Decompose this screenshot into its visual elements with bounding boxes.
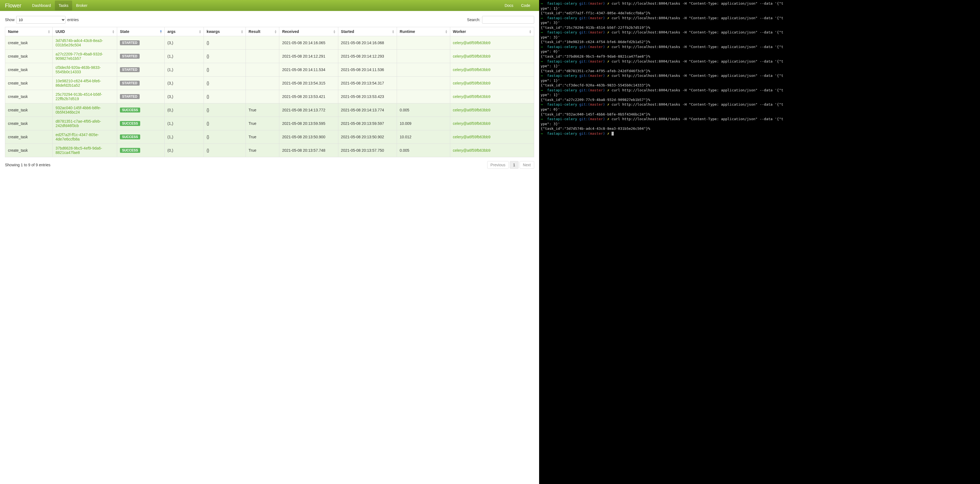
cell-kwargs: {} (204, 144, 246, 157)
worker-link[interactable]: celery@a6f59fb63bb9 (453, 135, 490, 139)
cell-name: create_task (5, 131, 52, 144)
terminal[interactable]: → fastapi-celery git:(master) ✗ curl htt… (539, 0, 980, 484)
col-state[interactable]: State▲▼ (117, 27, 164, 36)
cell-name: create_task (5, 117, 52, 131)
uuid-link[interactable]: 932ac040-145f-4bb6-b8fe-0b5f4346bc24 (56, 106, 101, 115)
table-controls: Show 10 entries Search: (5, 16, 534, 24)
worker-link[interactable]: celery@a6f59fb63bb9 (453, 94, 490, 99)
cell-started: 2021-05-08 20:13:50.902 (338, 131, 397, 144)
uuid-link[interactable]: 3d7d574b-adc4-43c8-8ea3-031b5e26c504 (56, 38, 103, 47)
nav-code[interactable]: Code (517, 0, 534, 10)
cell-kwargs: {} (204, 103, 246, 117)
cell-result: True (246, 144, 279, 157)
table-row: create_task932ac040-145f-4bb6-b8fe-0b5f4… (5, 103, 534, 117)
term-prompt-line: → fastapi-celery git:(master) ✗ curl htt… (541, 1, 978, 6)
state-badge: STARTED (120, 67, 140, 72)
nav-tasks[interactable]: Tasks (55, 0, 72, 10)
brand[interactable]: Flower (5, 2, 21, 9)
col-runtime[interactable]: Runtime▲▼ (397, 27, 450, 36)
cell-uuid: 37bd6628-9bc5-4ef9-9da6-8821ca47fae8 (52, 144, 117, 157)
term-output: {"task_id":"932ac040-145f-4bb6-b8fe-0b5f… (541, 112, 978, 117)
col-received[interactable]: Received▲▼ (279, 27, 338, 36)
nav-docs[interactable]: Docs (501, 0, 517, 10)
cell-runtime (397, 76, 450, 90)
worker-link[interactable]: celery@a6f59fb63bb9 (453, 121, 490, 126)
worker-link[interactable]: celery@a6f59fb63bb9 (453, 41, 490, 45)
cell-received: 2021-05-08 20:14:16.065 (279, 36, 338, 50)
col-name[interactable]: Name▲▼ (5, 27, 52, 36)
navbar: Flower DashboardTasksBroker DocsCode (0, 0, 539, 11)
cell-runtime (397, 50, 450, 63)
uuid-link[interactable]: d8781351-c7ae-4f95-afeb-242dfd46f3cb (56, 119, 101, 128)
nav-broker[interactable]: Broker (72, 0, 91, 10)
page-size-select[interactable]: 10 (16, 16, 65, 24)
cell-started: 2021-05-08 20:13:59.597 (338, 117, 397, 131)
term-cmd-wrap: ype": 1}' (541, 92, 978, 97)
col-started[interactable]: Started▲▼ (338, 27, 397, 36)
cell-runtime: 10.009 (397, 117, 450, 131)
table-header-row: Name▲▼UUID▲▼State▲▼args▲▼kwargs▲▼Result▲… (5, 27, 534, 36)
cell-started: 2021-05-08 20:13:53.423 (338, 90, 397, 103)
uuid-link[interactable]: cf3decfd-920a-463b-9833-5545b0c14333 (56, 65, 101, 74)
worker-link[interactable]: celery@a6f59fb63bb9 (453, 54, 490, 59)
search-input[interactable] (482, 16, 534, 24)
state-badge: SUCCESS (120, 134, 140, 139)
cell-args: (0,) (165, 103, 204, 117)
table-footer: Showing 1 to 9 of 9 entries Previous 1 N… (5, 161, 534, 169)
col-uuid[interactable]: UUID▲▼ (52, 27, 117, 36)
cell-runtime: 0.005 (397, 144, 450, 157)
cell-started: 2021-05-08 20:13:54.317 (338, 76, 397, 90)
state-badge: STARTED (120, 54, 140, 59)
flower-app: Flower DashboardTasksBroker DocsCode Sho… (0, 0, 539, 484)
uuid-link[interactable]: 37bd6628-9bc5-4ef9-9da6-8821ca47fae8 (56, 146, 102, 155)
cell-state: STARTED (117, 50, 164, 63)
term-prompt-line: → fastapi-celery git:(master) ✗ curl htt… (541, 16, 978, 21)
cell-state: SUCCESS (117, 117, 164, 131)
cell-args: (1,) (165, 131, 204, 144)
cell-started: 2021-05-08 20:13:57.750 (338, 144, 397, 157)
nav-right: DocsCode (501, 0, 534, 10)
cell-name: create_task (5, 144, 52, 157)
tasks-table: Name▲▼UUID▲▼State▲▼args▲▼kwargs▲▼Result▲… (5, 27, 534, 157)
nav-dashboard[interactable]: Dashboard (28, 0, 55, 10)
cell-kwargs: {} (204, 76, 246, 90)
worker-link[interactable]: celery@a6f59fb63bb9 (453, 81, 490, 85)
nav-left: DashboardTasksBroker (28, 0, 91, 10)
worker-link[interactable]: celery@a6f59fb63bb9 (453, 148, 490, 153)
term-cmd-wrap: ype": 3}' (541, 35, 978, 40)
worker-link[interactable]: celery@a6f59fb63bb9 (453, 67, 490, 72)
col-result[interactable]: Result▲▼ (246, 27, 279, 36)
col-worker[interactable]: Worker▲▼ (450, 27, 534, 36)
cell-args: (1,) (165, 63, 204, 76)
cell-state: STARTED (117, 76, 164, 90)
cell-state: STARTED (117, 36, 164, 50)
term-output: {"task_id":"10e98210-c624-4f54-bfe6-86de… (541, 40, 978, 45)
cell-worker: celery@a6f59fb63bb9 (450, 76, 534, 90)
cell-kwargs: {} (204, 63, 246, 76)
cell-runtime: 0.005 (397, 103, 450, 117)
uuid-link[interactable]: ed2f7a2f-ff1c-4347-805e-4de7e6ccfb8a (56, 132, 99, 141)
cell-uuid: d8781351-c7ae-4f95-afeb-242dfd46f3cb (52, 117, 117, 131)
page-1[interactable]: 1 (510, 161, 519, 169)
cell-worker: celery@a6f59fb63bb9 (450, 117, 534, 131)
cell-received: 2021-05-08 20:13:57.748 (279, 144, 338, 157)
uuid-link[interactable]: 10e98210-c624-4f54-bfe6-86defd2b1a52 (56, 79, 101, 88)
cell-runtime (397, 36, 450, 50)
next-page[interactable]: Next (520, 161, 534, 169)
cell-started: 2021-05-08 20:14:16.068 (338, 36, 397, 50)
col-args[interactable]: args▲▼ (165, 27, 204, 36)
cell-name: create_task (5, 63, 52, 76)
uuid-link[interactable]: a27c2209-77c9-4ba8-932d-909827eb1b57 (56, 52, 103, 61)
prev-page[interactable]: Previous (487, 161, 509, 169)
term-prompt-line: → fastapi-celery git:(master) ✗ curl htt… (541, 59, 978, 64)
cell-state: SUCCESS (117, 144, 164, 157)
uuid-link[interactable]: 25c70294-913b-4514-b56f-22ffb2b7d519 (56, 92, 102, 101)
cell-kwargs: {} (204, 90, 246, 103)
cell-args: (3,) (165, 36, 204, 50)
table-row: create_task3d7d574b-adc4-43c8-8ea3-031b5… (5, 36, 534, 50)
col-kwargs[interactable]: kwargs▲▼ (204, 27, 246, 36)
term-cmd-wrap: ype": 3}' (541, 20, 978, 25)
cell-args: (3,) (165, 76, 204, 90)
worker-link[interactable]: celery@a6f59fb63bb9 (453, 108, 490, 112)
cell-worker: celery@a6f59fb63bb9 (450, 103, 534, 117)
